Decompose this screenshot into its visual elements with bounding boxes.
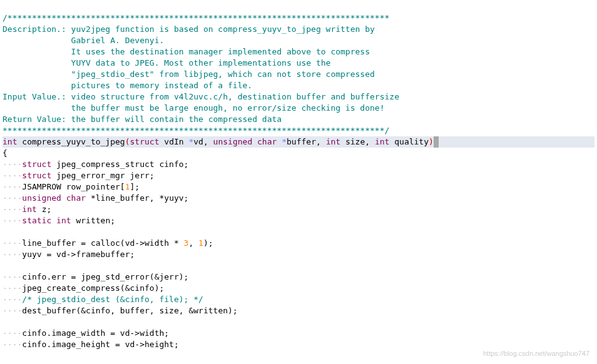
whitespace-dots: ····	[3, 182, 22, 191]
code: cinfo.image_width = vd->width;	[22, 328, 169, 338]
comment-border: ****************************************…	[3, 126, 389, 135]
whitespace-dots: ····	[3, 250, 22, 259]
comment-line: YUYV data to JPEG. Most other implementa…	[3, 58, 330, 68]
whitespace-dots: ····	[3, 328, 22, 338]
keyword-unsigned: unsigned	[213, 137, 253, 146]
keyword-int: int	[326, 137, 340, 146]
keyword-int: int	[22, 205, 36, 214]
brace-open: {	[3, 148, 8, 158]
param: buffer	[287, 137, 316, 146]
keyword-int: int	[375, 137, 389, 146]
code: written;	[76, 216, 115, 225]
code: dest_buffer(&cinfo, buffer, size, &writt…	[22, 306, 237, 315]
code: JSAMPROW row_pointer[	[22, 182, 125, 191]
comment: /* jpeg_stdio_dest (&cinfo, file); */	[22, 295, 203, 304]
keyword-int: int	[3, 137, 17, 146]
code-editor[interactable]: /***************************************…	[0, 0, 597, 351]
comment-line: Return Value: the buffer will contain th…	[3, 114, 282, 124]
comment-line: Description.: yuv2jpeg function is based…	[3, 24, 375, 34]
code: *line_buffer, *yuyv;	[91, 193, 189, 203]
keyword-char: char	[257, 137, 277, 146]
whitespace-dots: ····	[3, 171, 22, 180]
whitespace-dots: ····	[3, 216, 22, 225]
code: ];	[130, 182, 140, 191]
code: cinfo.err = jpeg_std_error(&jerr);	[22, 272, 188, 281]
param: size	[345, 137, 365, 146]
whitespace-dots: ····	[3, 306, 22, 315]
param: quality	[394, 137, 429, 146]
comment-line: the buffer must be large enough, no erro…	[3, 103, 384, 113]
comment-border: /***************************************…	[3, 13, 389, 23]
comment-line: Gabriel A. Devenyi.	[3, 36, 164, 45]
cursor-selection	[434, 136, 439, 148]
code: z;	[42, 205, 52, 214]
whitespace-dots: ····	[3, 295, 22, 304]
whitespace-dots: ····	[3, 205, 22, 214]
whitespace-dots: ····	[3, 340, 22, 349]
comment-line: Input Value.: video structure from v4l2u…	[3, 92, 399, 101]
comma: ,	[316, 137, 326, 146]
param: vd	[193, 137, 203, 146]
comment-line: It uses the destination manager implemen…	[3, 47, 370, 56]
code: ,	[188, 238, 198, 248]
watermark: https://blog.csdn.net/wangshuo747	[483, 348, 589, 359]
number: 1	[198, 238, 203, 248]
number: 1	[125, 182, 130, 191]
keyword-struct: struct	[22, 159, 51, 169]
code: jpeg_error_mgr jerr;	[56, 171, 155, 180]
keyword-struct: struct	[22, 171, 51, 180]
whitespace-dots: ····	[3, 238, 22, 248]
keyword-int: int	[56, 216, 71, 225]
paren-open: (	[125, 137, 130, 146]
whitespace-dots: ····	[3, 272, 22, 281]
keyword-char: char	[66, 193, 86, 203]
comma: ,	[365, 137, 375, 146]
paren-close: )	[429, 137, 434, 146]
function-name: compress_yuyv_to_jpeg	[22, 137, 125, 146]
whitespace-dots: ····	[3, 159, 22, 169]
whitespace-dots: ····	[3, 193, 22, 203]
star-icon: *	[282, 137, 287, 146]
keyword-static: static	[22, 216, 51, 225]
code: jpeg_compress_struct cinfo;	[56, 159, 188, 169]
type-name: vdIn	[164, 137, 183, 146]
keyword-unsigned: unsigned	[22, 193, 61, 203]
function-signature-line: int compress_yuyv_to_jpeg(struct vdIn *v…	[3, 136, 594, 148]
comment-line: pictures to memory instead of a file.	[3, 81, 252, 90]
comma: ,	[203, 137, 213, 146]
code: cinfo.image_height = vd->height;	[22, 340, 178, 349]
keyword-struct: struct	[130, 137, 160, 146]
code: jpeg_create_compress(&cinfo);	[22, 283, 164, 293]
whitespace-dots: ····	[3, 283, 22, 293]
code: );	[203, 238, 213, 248]
code: yuyv = vd->framebuffer;	[22, 250, 135, 259]
code: line_buffer = calloc(vd->width *	[22, 238, 183, 248]
comment-line: "jpeg_stdio_dest" from libjpeg, which ca…	[3, 69, 375, 79]
